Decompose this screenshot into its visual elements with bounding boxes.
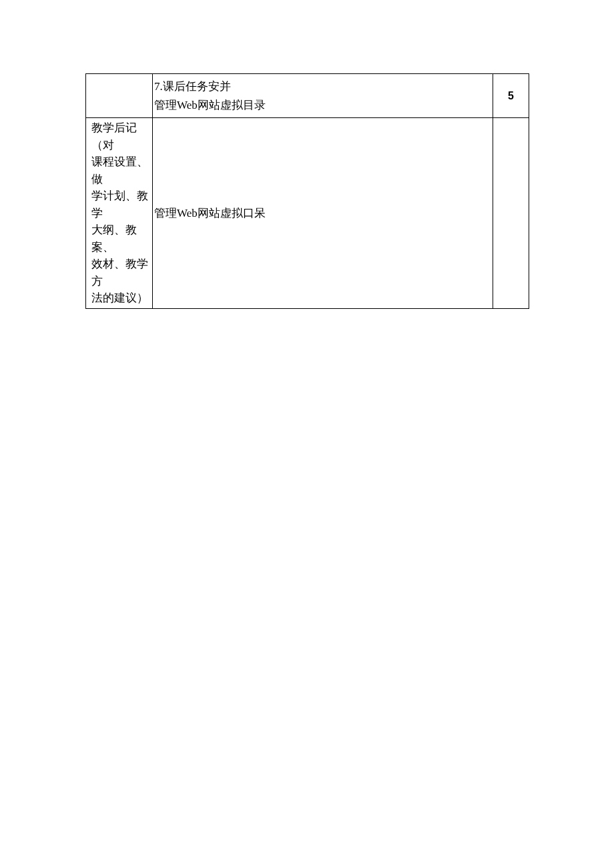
task-line1: 7.课后任务安并	[154, 77, 491, 95]
row2-cell2: 管理Web网站虚拟口呆	[153, 118, 493, 309]
notes-label-line5: 效材、教学方	[91, 256, 149, 290]
notes-label-line6: 法的建议）	[91, 290, 149, 307]
document-page: 7.课后任务安并 管理Web网站虚拟目录 5 教学后记（对 课程设置、做 学计划…	[0, 0, 614, 309]
notes-label-line1: 教学后记（对	[91, 119, 149, 153]
row1-cell1	[86, 74, 153, 118]
notes-label-line3: 学计划、教学	[91, 187, 149, 222]
row1-cell2: 7.课后任务安并 管理Web网站虚拟目录	[153, 74, 493, 118]
notes-label-line4: 大纲、教案、	[91, 222, 149, 256]
table-row: 教学后记（对 课程设置、做 学计划、教学 大纲、教案、 效材、教学方 法的建议）…	[86, 118, 529, 309]
row2-cell1: 教学后记（对 课程设置、做 学计划、教学 大纲、教案、 效材、教学方 法的建议）	[86, 118, 153, 309]
row1-cell3: 5	[493, 74, 529, 118]
notes-label-line2: 课程设置、做	[91, 153, 149, 187]
notes-content: 管理Web网站虚拟口呆	[154, 207, 266, 220]
lesson-plan-table: 7.课后任务安并 管理Web网站虚拟目录 5 教学后记（对 课程设置、做 学计划…	[85, 73, 529, 309]
value-number: 5	[508, 90, 514, 101]
row2-cell3	[493, 118, 529, 309]
task-line2: 管理Web网站虚拟目录	[154, 96, 491, 114]
table-row: 7.课后任务安并 管理Web网站虚拟目录 5	[86, 74, 529, 118]
